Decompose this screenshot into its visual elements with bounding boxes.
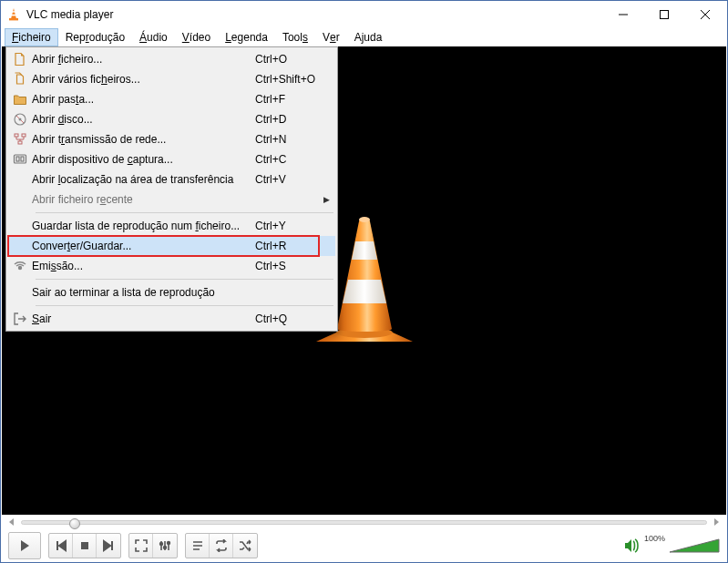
svg-rect-11: [18, 141, 22, 144]
menu-item-label: Abrir disco...: [32, 113, 255, 126]
loop-button[interactable]: [210, 534, 233, 558]
shuffle-button[interactable]: [233, 534, 257, 558]
menu-3[interactable]: Vídeo: [175, 28, 218, 46]
menu-2[interactable]: Áudio: [132, 28, 175, 46]
file-icon: [8, 52, 32, 67]
svg-point-19: [168, 542, 170, 545]
menu-item-7: Abrir ficheiro recente▶: [8, 189, 335, 210]
volume-label: 100%: [644, 534, 665, 543]
menu-item-label: Abrir dispositivo de captura...: [32, 153, 255, 166]
menu-item-10[interactable]: Converter/Guardar...Ctrl+R: [8, 236, 335, 256]
menu-item-label: Abrir pasta...: [32, 93, 255, 106]
svg-point-6: [359, 217, 370, 222]
menu-item-2[interactable]: Abrir pasta...Ctrl+F: [8, 89, 335, 109]
menu-0[interactable]: Ficheiro: [5, 28, 58, 46]
menu-item-label: Abrir vários ficheiros...: [32, 73, 255, 86]
file-menu-dropdown: Abrir ficheiro...Ctrl+OAbrir vários fich…: [5, 46, 338, 332]
close-button[interactable]: [684, 1, 725, 28]
svg-point-18: [164, 547, 167, 549]
seek-track[interactable]: [21, 520, 707, 525]
maximize-button[interactable]: [643, 1, 684, 28]
chevron-right-icon: ▶: [323, 195, 330, 204]
stream-icon: [8, 259, 32, 273]
seek-bar[interactable]: [8, 518, 720, 526]
menu-item-shortcut: Ctrl+S: [255, 260, 328, 272]
window-controls: [602, 1, 725, 28]
menu-item-label: Abrir ficheiro recente: [32, 193, 255, 206]
play-button[interactable]: [9, 533, 40, 558]
menu-item-3[interactable]: Abrir disco...Ctrl+D: [8, 109, 335, 129]
menu-item-15[interactable]: SairCtrl+Q: [8, 309, 335, 329]
menu-item-label: Abrir ficheiro...: [32, 53, 255, 66]
svg-rect-3: [660, 11, 668, 19]
menu-item-label: Sair ao terminar a lista de reprodução: [32, 286, 255, 299]
menu-6[interactable]: Ver: [315, 28, 347, 46]
capture-icon: [8, 152, 32, 167]
menu-item-shortcut: Ctrl+Q: [255, 312, 328, 325]
files-icon: [8, 72, 32, 87]
folder-icon: [8, 92, 32, 107]
fullscreen-button[interactable]: [129, 534, 153, 558]
speaker-icon[interactable]: [622, 537, 641, 555]
menu-separator: [36, 305, 333, 306]
menu-separator: [36, 212, 333, 213]
menu-7[interactable]: Ajuda: [347, 28, 390, 46]
seek-start-icon: [8, 518, 15, 526]
svg-rect-16: [81, 542, 88, 549]
menu-item-label: Guardar lista de reprodução num ficheiro…: [32, 220, 255, 232]
menu-bar: FicheiroReproduçãoÁudioVídeoLegendaTools…: [1, 28, 727, 46]
menu-item-shortcut: Ctrl+D: [255, 113, 328, 126]
menu-4[interactable]: Legenda: [218, 28, 275, 46]
svg-point-17: [160, 543, 163, 546]
svg-rect-14: [21, 157, 24, 161]
menu-item-shortcut: Ctrl+Shift+O: [255, 73, 328, 86]
menu-item-9[interactable]: Guardar lista de reprodução num ficheiro…: [8, 216, 335, 236]
disc-icon: [8, 112, 32, 127]
menu-item-shortcut: Ctrl+N: [255, 133, 328, 146]
svg-rect-13: [16, 157, 19, 161]
menu-item-shortcut: Ctrl+R: [255, 240, 328, 252]
network-icon: [8, 132, 32, 147]
menu-item-5[interactable]: Abrir dispositivo de captura...Ctrl+C: [8, 149, 335, 169]
menu-1[interactable]: Reprodução: [58, 28, 132, 46]
previous-button[interactable]: [49, 534, 73, 558]
stop-button[interactable]: [73, 534, 97, 558]
menu-item-shortcut: Ctrl+Y: [255, 220, 328, 232]
menu-separator: [36, 279, 333, 280]
svg-rect-10: [22, 134, 26, 137]
svg-rect-2: [11, 15, 15, 16]
seek-end-icon: [713, 518, 720, 526]
seek-handle[interactable]: [69, 518, 80, 529]
menu-item-label: Sair: [32, 312, 255, 325]
volume-control: 100%: [622, 537, 720, 555]
exit-icon: [8, 312, 32, 326]
nav-group: [48, 533, 121, 558]
play-group: [8, 532, 41, 559]
menu-item-0[interactable]: Abrir ficheiro...Ctrl+O: [8, 49, 335, 69]
svg-rect-1: [12, 11, 15, 12]
menu-item-11[interactable]: Emissão...Ctrl+S: [8, 256, 335, 276]
menu-item-shortcut: Ctrl+V: [255, 173, 328, 186]
svg-point-15: [19, 267, 22, 270]
svg-rect-9: [15, 134, 18, 137]
menu-item-4[interactable]: Abrir transmissão de rede...Ctrl+N: [8, 129, 335, 149]
extended-settings-button[interactable]: [153, 534, 177, 558]
menu-item-1[interactable]: Abrir vários ficheiros...Ctrl+Shift+O: [8, 69, 335, 89]
menu-5[interactable]: Tools: [275, 28, 315, 46]
volume-slider[interactable]: [669, 537, 720, 555]
playlist-button[interactable]: [186, 534, 210, 558]
title-bar: VLC media player: [1, 1, 727, 28]
control-bar: 100%: [1, 529, 727, 562]
menu-item-label: Converter/Guardar...: [32, 240, 255, 252]
minimize-button[interactable]: [602, 1, 643, 28]
menu-item-label: Emissão...: [32, 260, 255, 272]
menu-item-shortcut: Ctrl+F: [255, 93, 328, 106]
next-button[interactable]: [97, 534, 120, 558]
menu-item-shortcut: Ctrl+C: [255, 153, 328, 166]
menu-item-13[interactable]: Sair ao terminar a lista de reprodução: [8, 282, 335, 302]
menu-item-label: Abrir localização na área de transferênc…: [32, 173, 255, 186]
playlist-group: [185, 533, 258, 558]
view-group: [128, 533, 178, 558]
vlc-cone-icon: [6, 7, 21, 22]
menu-item-6[interactable]: Abrir localização na área de transferênc…: [8, 169, 335, 189]
